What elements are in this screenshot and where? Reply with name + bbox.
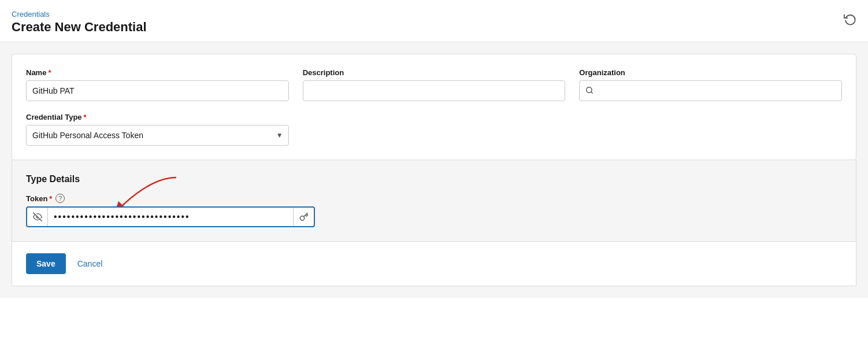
token-key-button[interactable] <box>293 208 314 226</box>
description-input[interactable] <box>303 80 566 101</box>
form-row-2: Credential Type* GitHub Personal Access … <box>26 113 842 146</box>
credential-type-select[interactable]: GitHub Personal Access Token Username/Pa… <box>26 125 289 146</box>
token-label-row: Token* ? <box>26 194 842 203</box>
token-eye-button[interactable] <box>27 208 48 226</box>
help-icon[interactable]: ? <box>55 194 65 203</box>
token-label: Token* <box>26 194 52 203</box>
section-title: Type Details <box>26 174 842 184</box>
save-button[interactable]: Save <box>26 253 66 274</box>
svg-line-1 <box>591 91 593 93</box>
history-icon[interactable] <box>844 13 856 28</box>
form-section: Name* Description Organization <box>12 54 856 160</box>
page-title: Create New Credential <box>12 20 147 35</box>
token-input-group <box>26 206 315 227</box>
footer-section: Save Cancel <box>12 242 856 286</box>
spacer-group <box>303 113 566 146</box>
token-input[interactable] <box>48 208 293 226</box>
spacer-group-2 <box>579 113 842 146</box>
header-left: Credentials Create New Credential <box>12 9 147 35</box>
form-row-1: Name* Description Organization <box>26 68 842 101</box>
credential-type-label: Credential Type* <box>26 113 289 121</box>
search-icon <box>585 86 593 96</box>
organization-label: Organization <box>579 68 842 77</box>
cancel-button[interactable]: Cancel <box>75 254 105 273</box>
page-wrapper: Credentials Create New Credential Name* <box>0 0 868 351</box>
name-group: Name* <box>26 68 289 101</box>
name-input[interactable] <box>26 80 289 101</box>
description-label: Description <box>303 68 566 77</box>
organization-input-wrapper <box>579 80 842 101</box>
token-required: * <box>49 194 52 203</box>
credential-type-group: Credential Type* GitHub Personal Access … <box>26 113 289 146</box>
credential-type-select-wrapper: GitHub Personal Access Token Username/Pa… <box>26 125 289 146</box>
description-group: Description <box>303 68 566 101</box>
breadcrumb-link[interactable]: Credentials <box>12 10 50 19</box>
name-label: Name* <box>26 68 289 77</box>
credential-type-required: * <box>84 113 87 121</box>
header-actions <box>844 9 856 28</box>
content-area: Name* Description Organization <box>0 42 868 298</box>
name-required: * <box>48 68 51 77</box>
organization-input[interactable] <box>597 86 836 95</box>
organization-group: Organization <box>579 68 842 101</box>
header: Credentials Create New Credential <box>0 0 868 42</box>
token-wrapper <box>26 206 315 227</box>
type-details-section: Type Details Token* ? <box>12 160 856 242</box>
